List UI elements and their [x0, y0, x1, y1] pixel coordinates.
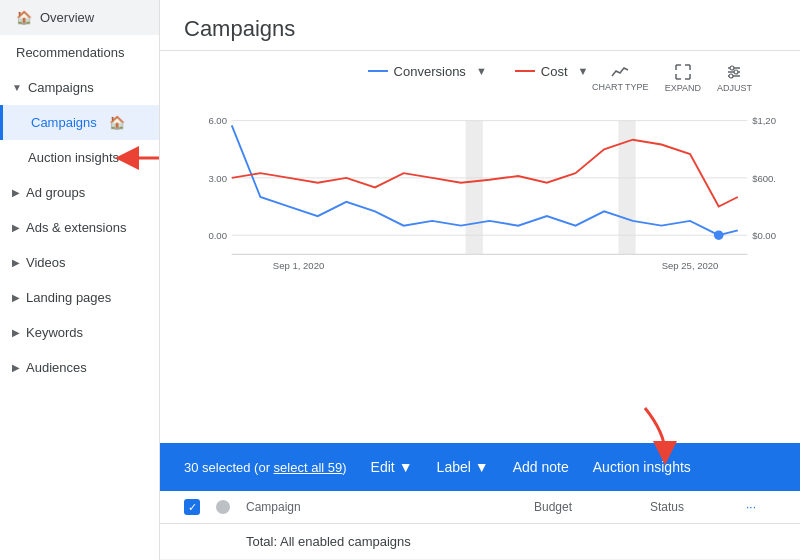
svg-text:$1,200.00: $1,200.00 — [752, 115, 776, 126]
label-button[interactable]: Label ▼ — [437, 459, 489, 475]
red-arrow-action — [615, 403, 695, 458]
select-all-link[interactable]: select all 59 — [274, 460, 343, 475]
svg-text:0.00: 0.00 — [208, 230, 227, 241]
red-line-icon — [515, 70, 535, 72]
blue-line-icon — [368, 70, 388, 72]
sidebar-section-label: Ads & extensions — [26, 220, 126, 235]
svg-text:6.00: 6.00 — [208, 115, 227, 126]
svg-point-19 — [714, 230, 724, 240]
chart-type-icon — [610, 64, 630, 80]
sidebar-section-audiences[interactable]: ▶ Audiences — [0, 350, 159, 385]
sidebar-item-label: Recommendations — [16, 45, 124, 60]
auction-insights-label: Auction insights — [593, 459, 691, 475]
more-columns[interactable]: ··· — [746, 500, 776, 514]
home-icon-small: 🏠 — [109, 115, 125, 130]
sidebar-section-label: Landing pages — [26, 290, 111, 305]
status-header: Status — [650, 500, 730, 514]
table-header: ✓ Campaign Budget Status ··· — [160, 491, 800, 524]
chart-svg: 6.00 3.00 0.00 $1,200.00 $600.00 $0.00 S… — [184, 87, 776, 307]
legend-cost: Cost ▼ — [515, 63, 593, 79]
page-title-bar: Campaigns — [160, 0, 800, 51]
svg-text:Sep 1, 2020: Sep 1, 2020 — [273, 260, 324, 271]
sidebar-section-label: Videos — [26, 255, 66, 270]
sidebar-section-label: Keywords — [26, 325, 83, 340]
sidebar-section-keywords[interactable]: ▶ Keywords — [0, 315, 159, 350]
chart-area: Conversions ▼ Cost ▼ CHART TYPE — [160, 51, 800, 443]
chart-container: 6.00 3.00 0.00 $1,200.00 $600.00 $0.00 S… — [184, 87, 776, 307]
triangle-icon: ▶ — [12, 327, 20, 338]
conversions-label: Conversions — [394, 64, 466, 79]
triangle-icon: ▶ — [12, 362, 20, 373]
checkmark-icon: ✓ — [188, 501, 197, 514]
sidebar-item-label: Campaigns — [31, 115, 97, 130]
svg-text:$600.00: $600.00 — [752, 173, 776, 184]
expand-icon — [674, 63, 692, 81]
select-all-checkbox[interactable]: ✓ — [184, 499, 200, 515]
label-label: Label — [437, 459, 471, 475]
sidebar-section-landing-pages[interactable]: ▶ Landing pages — [0, 280, 159, 315]
legend-conversions: Conversions ▼ — [368, 63, 491, 79]
sidebar-section-ad-groups[interactable]: ▶ Ad groups — [0, 175, 159, 210]
add-note-button[interactable]: Add note — [513, 459, 569, 475]
sidebar-section-label: Ad groups — [26, 185, 85, 200]
triangle-icon: ▶ — [12, 257, 20, 268]
edit-label: Edit — [371, 459, 395, 475]
svg-text:Sep 25, 2020: Sep 25, 2020 — [662, 260, 719, 271]
svg-point-4 — [730, 66, 734, 70]
sidebar-section-ads-extensions[interactable]: ▶ Ads & extensions — [0, 210, 159, 245]
conversions-dropdown[interactable]: ▼ — [472, 63, 491, 79]
selected-text: 30 selected (or — [184, 460, 274, 475]
page-title: Campaigns — [184, 16, 776, 42]
table-row: Total: All enabled campaigns — [160, 524, 800, 560]
svg-rect-17 — [466, 121, 483, 255]
edit-dropdown-icon: ▼ — [399, 459, 413, 475]
triangle-icon: ▶ — [12, 292, 20, 303]
svg-point-6 — [729, 74, 733, 78]
selected-count-text: 30 selected (or select all 59) — [184, 460, 347, 475]
status-dot — [216, 500, 230, 514]
svg-text:$0.00: $0.00 — [752, 230, 776, 241]
home-icon: 🏠 — [16, 10, 32, 25]
svg-text:3.00: 3.00 — [208, 173, 227, 184]
sidebar-section-campaigns[interactable]: ▼ Campaigns — [0, 70, 159, 105]
budget-header: Budget — [534, 500, 634, 514]
sidebar-section-label: Audiences — [26, 360, 87, 375]
cost-dropdown[interactable]: ▼ — [574, 63, 593, 79]
total-row-label: Total: All enabled campaigns — [246, 534, 776, 549]
sidebar-item-label: Overview — [40, 10, 94, 25]
adjust-icon — [725, 63, 743, 81]
sidebar-section-label: Campaigns — [28, 80, 94, 95]
sidebar: 🏠 Overview Recommendations ▼ Campaigns C… — [0, 0, 160, 560]
sidebar-item-recommendations[interactable]: Recommendations — [0, 35, 159, 70]
sidebar-item-overview[interactable]: 🏠 Overview — [0, 0, 159, 35]
sidebar-item-label: Auction insights — [28, 150, 119, 165]
action-bar: 30 selected (or select all 59) Edit ▼ La… — [160, 443, 800, 491]
main-content: Campaigns Conversions ▼ Cost ▼ C — [160, 0, 800, 560]
svg-point-5 — [734, 70, 738, 74]
red-arrow-sidebar — [107, 143, 160, 173]
selected-suffix: ) — [342, 460, 346, 475]
campaign-header: Campaign — [246, 500, 518, 514]
chart-legend: Conversions ▼ Cost ▼ CHART TYPE — [184, 63, 776, 79]
sidebar-item-campaigns[interactable]: Campaigns 🏠 — [0, 105, 159, 140]
edit-button[interactable]: Edit ▼ — [371, 459, 413, 475]
add-note-label: Add note — [513, 459, 569, 475]
cost-label: Cost — [541, 64, 568, 79]
sidebar-section-videos[interactable]: ▶ Videos — [0, 245, 159, 280]
triangle-icon: ▶ — [12, 222, 20, 233]
label-dropdown-icon: ▼ — [475, 459, 489, 475]
action-bar-wrapper: 30 selected (or select all 59) Edit ▼ La… — [160, 443, 800, 491]
auction-insights-button[interactable]: Auction insights — [593, 459, 691, 475]
triangle-icon: ▼ — [12, 82, 22, 93]
triangle-icon: ▶ — [12, 187, 20, 198]
